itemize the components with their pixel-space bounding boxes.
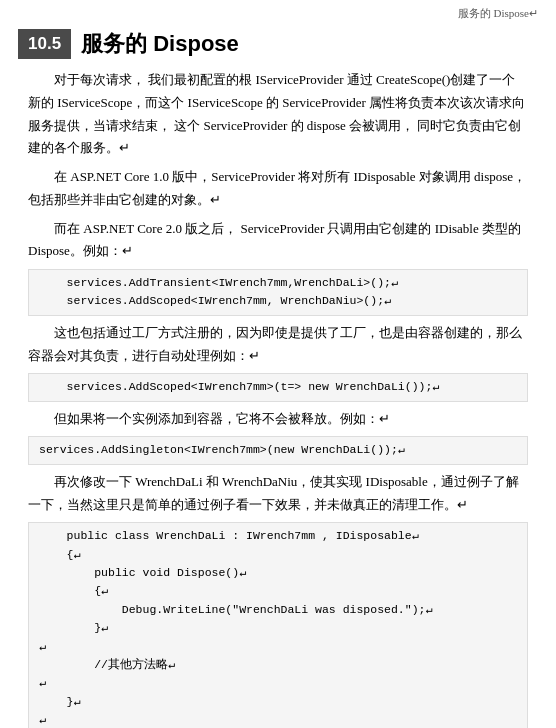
code-4-line-0: public class WrenchDaLi : IWrench7mm , I… bbox=[39, 527, 517, 545]
paragraph-3-text: 而在 ASP.NET Core 2.0 版之后， ServiceProvider… bbox=[28, 221, 521, 259]
paragraph-1-text: 对于每次请求， 我们最初配置的根 IServiceProvider 通过 Cre… bbox=[28, 72, 525, 155]
code-4-line-3: {↵ bbox=[39, 582, 517, 600]
chapter-header: 10.5 服务的 Dispose bbox=[18, 29, 538, 59]
paragraph-2: 在 ASP.NET Core 1.0 版中，ServiceProvider 将对… bbox=[28, 166, 528, 212]
chapter-title: 服务的 Dispose bbox=[81, 29, 239, 59]
code-4-line-9: }↵ bbox=[39, 693, 517, 711]
breadcrumb: 服务的 Dispose↵ bbox=[0, 0, 556, 21]
paragraph-5-text: 但如果将一个实例添加到容器，它将不会被释放。例如：↵ bbox=[54, 411, 390, 426]
code-block-1: services.AddTransient<IWrench7mm,WrenchD… bbox=[28, 269, 528, 316]
code-4-line-5: }↵ bbox=[39, 619, 517, 637]
code-block-2: services.AddScoped<IWrench7mm>(t=> new W… bbox=[28, 373, 528, 401]
paragraph-4-text: 这也包括通过工厂方式注册的，因为即使是提供了工厂，也是由容器创建的，那么容器会对… bbox=[28, 325, 522, 363]
page-container: 服务的 Dispose↵ 10.5 服务的 Dispose 对于每次请求， 我们… bbox=[0, 0, 556, 728]
code-4-line-6: ↵ bbox=[39, 638, 517, 656]
chapter-number: 10.5 bbox=[18, 29, 71, 59]
code-4-line-10: ↵ bbox=[39, 711, 517, 728]
chapter-title-prefix: 服务的 bbox=[81, 31, 153, 56]
code-1-line-1: services.AddTransient<IWrench7mm,WrenchD… bbox=[39, 274, 517, 292]
paragraph-1: 对于每次请求， 我们最初配置的根 IServiceProvider 通过 Cre… bbox=[28, 69, 528, 160]
paragraph-4: 这也包括通过工厂方式注册的，因为即使是提供了工厂，也是由容器创建的，那么容器会对… bbox=[28, 322, 528, 368]
code-block-4: public class WrenchDaLi : IWrench7mm , I… bbox=[28, 522, 528, 728]
paragraph-6-text: 再次修改一下 WrenchDaLi 和 WrenchDaNiu，使其实现 IDi… bbox=[28, 474, 519, 512]
paragraph-2-text: 在 ASP.NET Core 1.0 版中，ServiceProvider 将对… bbox=[28, 169, 526, 207]
paragraph-3: 而在 ASP.NET Core 2.0 版之后， ServiceProvider… bbox=[28, 218, 528, 264]
code-block-3: services.AddSingleton<IWrench7mm>(new Wr… bbox=[28, 436, 528, 464]
chapter-title-bold: Dispose bbox=[153, 31, 239, 56]
code-2-line-1: services.AddScoped<IWrench7mm>(t=> new W… bbox=[39, 378, 517, 396]
main-content: 对于每次请求， 我们最初配置的根 IServiceProvider 通过 Cre… bbox=[0, 69, 556, 728]
code-3-line-1: services.AddSingleton<IWrench7mm>(new Wr… bbox=[39, 441, 517, 459]
code-4-line-2: public void Dispose()↵ bbox=[39, 564, 517, 582]
breadcrumb-text: 服务的 Dispose↵ bbox=[458, 7, 538, 19]
code-4-line-1: {↵ bbox=[39, 546, 517, 564]
paragraph-5: 但如果将一个实例添加到容器，它将不会被释放。例如：↵ bbox=[28, 408, 528, 431]
code-4-line-4: Debug.WriteLine("WrenchDaLi was disposed… bbox=[39, 601, 517, 619]
code-1-line-2: services.AddScoped<IWrench7mm, WrenchDaN… bbox=[39, 292, 517, 310]
paragraph-6: 再次修改一下 WrenchDaLi 和 WrenchDaNiu，使其实现 IDi… bbox=[28, 471, 528, 517]
code-4-line-8: ↵ bbox=[39, 674, 517, 692]
code-4-line-7: //其他方法略↵ bbox=[39, 656, 517, 674]
